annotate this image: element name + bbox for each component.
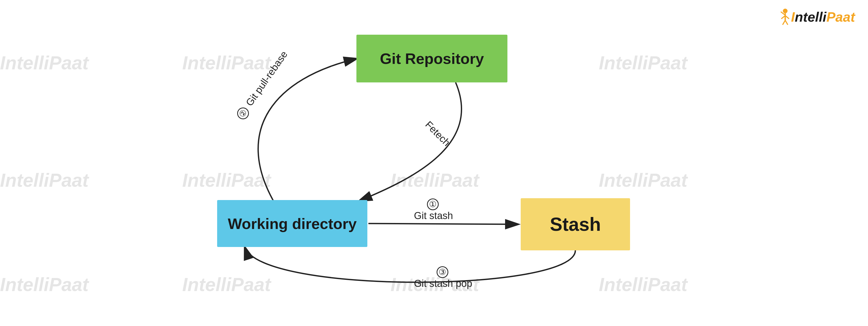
watermark-10: IntelliPaat	[182, 274, 271, 295]
stash-label: Stash	[550, 214, 601, 235]
svg-point-0	[783, 9, 787, 13]
watermark-8: IntelliPaat	[599, 169, 687, 191]
git-stash-pop-label: ③ Git stash pop	[414, 266, 472, 289]
git-stash-num: ①	[427, 198, 439, 210]
watermark-6: IntelliPaat	[182, 169, 271, 191]
watermark-9: IntelliPaat	[0, 274, 89, 295]
watermark-7: IntelliPaat	[391, 169, 479, 191]
svg-line-4	[783, 20, 785, 25]
stash-box: Stash	[521, 198, 630, 250]
intellipaat-logo: IntelliPaat	[776, 8, 855, 26]
fetch-label: Fetech	[423, 119, 453, 148]
logo-text-intelli: Intelli	[791, 9, 826, 25]
git-pull-rebase-label: ② Git pull-rebase	[235, 49, 290, 121]
svg-line-5	[785, 20, 788, 25]
watermark-2: IntelliPaat	[182, 52, 271, 74]
logo-text-paat: Paat	[826, 9, 855, 25]
working-directory-label: Working directory	[228, 215, 357, 233]
git-stash-pop-num: ③	[437, 266, 448, 278]
working-directory-box: Working directory	[217, 200, 367, 247]
watermark-12: IntelliPaat	[599, 274, 687, 295]
svg-line-9	[368, 223, 518, 224]
git-stash-label: ① Git stash	[414, 198, 453, 221]
watermark-5: IntelliPaat	[0, 169, 89, 191]
watermark-1: IntelliPaat	[0, 52, 89, 74]
git-repository-label: Git Repository	[380, 50, 484, 67]
watermark-4: IntelliPaat	[599, 52, 687, 74]
git-repository-box: Git Repository	[356, 35, 507, 82]
git-pull-rebase-num: ②	[235, 105, 251, 121]
